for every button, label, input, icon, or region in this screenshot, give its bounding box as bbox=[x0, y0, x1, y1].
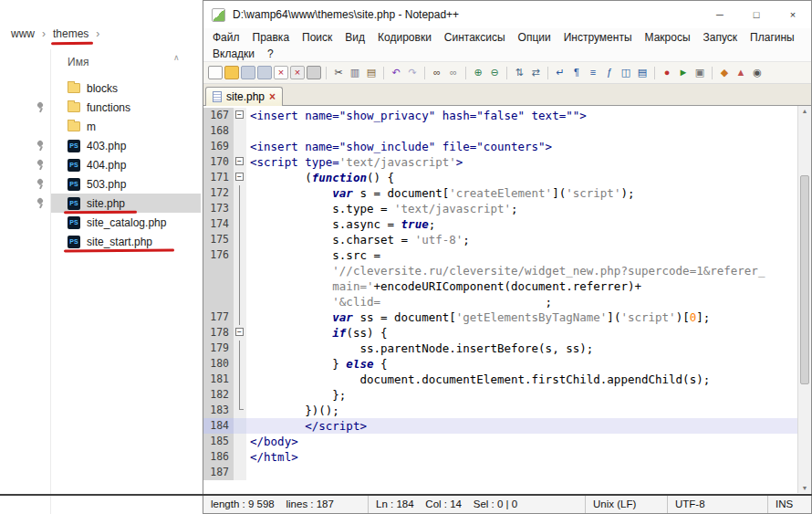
fold-collapse-icon[interactable]: − bbox=[235, 173, 244, 181]
code-line[interactable]: 187 bbox=[203, 465, 797, 480]
code-line[interactable]: 181 document.documentElement.firstChild.… bbox=[203, 372, 797, 387]
file-row-403-php[interactable]: PS403.php bbox=[31, 136, 201, 155]
menu-item-?[interactable]: ? bbox=[261, 47, 280, 60]
code-line[interactable]: 180 } else { bbox=[203, 356, 797, 372]
code-line[interactable]: 168 bbox=[203, 123, 797, 139]
new-file-icon[interactable] bbox=[208, 66, 223, 79]
find-icon[interactable]: ∞ bbox=[430, 66, 444, 79]
close-all-icon[interactable]: × bbox=[290, 66, 305, 79]
function-list-icon[interactable]: ƒ bbox=[602, 66, 617, 79]
sync-scroll-v-icon[interactable]: ⇅ bbox=[512, 66, 526, 79]
scrollbar-down-arrow[interactable]: ▼ bbox=[798, 485, 811, 491]
monitoring-eye-icon[interactable]: ◉ bbox=[750, 66, 765, 79]
fold-margin[interactable]: − bbox=[234, 325, 246, 341]
minimize-button[interactable]: ─ bbox=[702, 1, 738, 28]
menu-item-Опции[interactable]: Опции bbox=[512, 31, 557, 44]
scrollbar-up-arrow[interactable]: ▲ bbox=[798, 108, 811, 114]
menu-item-Инструменты[interactable]: Инструменты bbox=[557, 31, 639, 44]
fold-margin[interactable]: − bbox=[234, 108, 246, 123]
menu-item-Правка[interactable]: Правка bbox=[246, 31, 297, 44]
file-row-site_start-php[interactable]: PSsite_start.php bbox=[31, 232, 201, 251]
file-row-site_catalog-php[interactable]: PSsite_catalog.php bbox=[31, 213, 201, 232]
menu-item-Вкладки[interactable]: Вкладки bbox=[206, 47, 261, 60]
cut-icon[interactable]: ✂ bbox=[331, 66, 346, 79]
fold-margin[interactable]: − bbox=[234, 170, 246, 185]
menu-item-Файл[interactable]: Файл bbox=[206, 31, 246, 44]
replace-icon[interactable]: ∞ bbox=[446, 66, 461, 79]
scroll-up-icon[interactable]: ∧ bbox=[173, 53, 180, 62]
code-line[interactable]: 178− if(ss) { bbox=[203, 325, 797, 341]
code-line[interactable]: 167−<insert name="show_privacy" hash="fa… bbox=[203, 108, 797, 123]
paste-icon[interactable]: ▤ bbox=[364, 66, 379, 79]
code-line[interactable]: main='+encodeURIComponent(document.refer… bbox=[203, 278, 797, 294]
code-line[interactable]: 186</html> bbox=[203, 449, 797, 465]
code-line[interactable]: 183 })(); bbox=[203, 403, 797, 418]
menu-item-Вид[interactable]: Вид bbox=[338, 31, 371, 44]
close-file-icon[interactable]: × bbox=[274, 66, 288, 79]
file-row-404-php[interactable]: PS404.php bbox=[31, 155, 201, 174]
code-area[interactable]: 167−<insert name="show_privacy" hash="fa… bbox=[203, 106, 797, 493]
file-row-functions[interactable]: functions bbox=[31, 98, 201, 117]
macro-save-icon[interactable]: ▣ bbox=[692, 66, 707, 79]
column-header-name[interactable]: Имя bbox=[68, 56, 88, 68]
status-insert-mode[interactable]: INS bbox=[767, 495, 811, 513]
code-line[interactable]: 182 }; bbox=[203, 387, 797, 403]
tab-site-php[interactable]: site.php × bbox=[205, 87, 283, 106]
doc-map-icon[interactable]: ◫ bbox=[619, 66, 633, 79]
close-button[interactable]: × bbox=[775, 1, 811, 28]
copy-icon[interactable]: ▥ bbox=[348, 66, 362, 79]
editor[interactable]: 167−<insert name="show_privacy" hash="fa… bbox=[203, 106, 811, 493]
save-all-icon[interactable] bbox=[257, 66, 272, 79]
status-encoding[interactable]: UTF-8 bbox=[667, 495, 767, 513]
code-line[interactable]: '&clid= ; bbox=[203, 294, 797, 309]
fold-collapse-icon[interactable]: − bbox=[235, 110, 244, 119]
macro-record-icon[interactable]: ● bbox=[660, 66, 674, 79]
zoom-in-icon[interactable]: ⊕ bbox=[471, 66, 485, 79]
file-row-503-php[interactable]: PS503.php bbox=[31, 174, 201, 194]
code-line[interactable]: 184 </script> bbox=[203, 418, 797, 434]
code-line[interactable]: 172 var s = document['createElement']('s… bbox=[203, 185, 797, 201]
maximize-button[interactable]: □ bbox=[738, 1, 775, 28]
plugin-mime-icon[interactable]: ▲ bbox=[734, 66, 748, 79]
tab-close-icon[interactable]: × bbox=[269, 90, 276, 103]
menu-item-Плагины[interactable]: Плагины bbox=[744, 31, 801, 44]
menu-item-Запуск[interactable]: Запуск bbox=[697, 31, 744, 44]
word-wrap-icon[interactable]: ↵ bbox=[553, 66, 567, 79]
code-line[interactable]: 174 s.async = true; bbox=[203, 216, 797, 232]
open-file-icon[interactable] bbox=[224, 66, 239, 79]
code-line[interactable]: 171− (function() { bbox=[203, 170, 797, 185]
file-row-site-php[interactable]: PSsite.php bbox=[31, 194, 201, 213]
redo-icon[interactable]: ↷ bbox=[405, 66, 420, 79]
file-row-blocks[interactable]: blocks bbox=[31, 79, 201, 98]
code-line[interactable]: 179 ss.parentNode.insertBefore(s, ss); bbox=[203, 341, 797, 356]
menu-item-Кодировки[interactable]: Кодировки bbox=[371, 31, 438, 44]
code-line[interactable]: 170−<script type='text/javascript'> bbox=[203, 154, 797, 170]
doc-switcher-icon[interactable]: ▤ bbox=[635, 66, 650, 79]
fold-collapse-icon[interactable]: − bbox=[235, 157, 244, 165]
file-row-m[interactable]: m bbox=[31, 117, 201, 136]
fold-collapse-icon[interactable]: − bbox=[235, 328, 244, 336]
indent-guide-icon[interactable]: ≡ bbox=[586, 66, 600, 79]
scrollbar-thumb[interactable] bbox=[800, 175, 809, 384]
code-line[interactable]: 176 s.src = bbox=[203, 247, 797, 263]
breadcrumb-item-www[interactable]: www bbox=[11, 27, 35, 40]
code-line[interactable]: 175 s.charset = 'utf-8'; bbox=[203, 232, 797, 247]
macro-play-icon[interactable]: ► bbox=[676, 66, 691, 79]
vertical-scrollbar[interactable]: ▲ ▼ bbox=[797, 106, 811, 493]
code-line[interactable]: 177 var ss = document['getElementsByTagN… bbox=[203, 309, 797, 325]
save-file-icon[interactable] bbox=[241, 66, 255, 79]
breadcrumb-item-themes[interactable]: themes bbox=[53, 27, 88, 40]
menu-item-Синтаксисы[interactable]: Синтаксисы bbox=[438, 31, 512, 44]
sync-scroll-h-icon[interactable]: ⇄ bbox=[528, 66, 543, 79]
code-line[interactable]: 173 s.type = 'text/javascript'; bbox=[203, 201, 797, 216]
menu-item-Поиск[interactable]: Поиск bbox=[296, 31, 338, 44]
plugin-export-icon[interactable]: ◆ bbox=[717, 66, 732, 79]
menu-item-Макросы[interactable]: Макросы bbox=[639, 31, 697, 44]
fold-margin[interactable]: − bbox=[234, 154, 246, 170]
code-line[interactable]: 169<insert name="show_include" file="cou… bbox=[203, 139, 797, 154]
zoom-out-icon[interactable]: ⊖ bbox=[487, 66, 502, 79]
show-all-chars-icon[interactable]: ¶ bbox=[569, 66, 584, 79]
status-eol[interactable]: Unix (LF) bbox=[585, 495, 667, 513]
titlebar[interactable]: D:\wamp64\www\themes\site.php - Notepad+… bbox=[203, 1, 811, 28]
code-line[interactable]: '//cleversite.ru/cleversite/widget_new.p… bbox=[203, 263, 797, 278]
